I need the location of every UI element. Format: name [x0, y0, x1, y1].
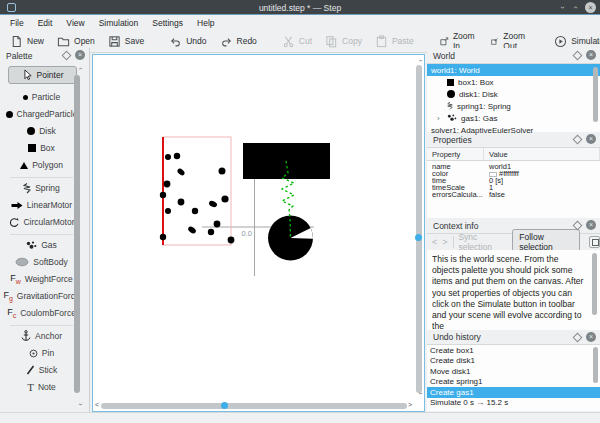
canvas-scroll-right-icon[interactable]: >	[408, 401, 412, 408]
context-forward-button[interactable]: >	[442, 237, 447, 247]
cut-button[interactable]: Cut	[282, 35, 312, 48]
close-panel-icon[interactable]: ×	[586, 134, 596, 144]
palette-separator	[10, 177, 73, 178]
palette-item-softbody[interactable]: SoftBody	[0, 255, 83, 269]
canvas-vertical-scrollbar[interactable]	[416, 65, 422, 393]
palette-item-box[interactable]: Box	[0, 141, 83, 155]
palette-item-chargedparticle[interactable]: ChargedParticle	[0, 107, 83, 121]
float-panel-icon[interactable]	[573, 134, 583, 144]
copy-button[interactable]: Copy	[325, 35, 362, 48]
close-panel-icon[interactable]: ×	[75, 50, 85, 60]
world-panel: World × world1: World box1: Box disk1: D…	[427, 48, 600, 132]
tree-item-disk1[interactable]: disk1: Disk	[427, 88, 600, 100]
palette-scroll-up-icon[interactable]: ›	[79, 65, 81, 72]
palette-item-gravitationforce[interactable]: FgGravitationForce	[0, 289, 83, 303]
save-button[interactable]: Save	[108, 35, 144, 48]
palette-header: Palette ×	[0, 48, 89, 63]
undo-item-create-gas1[interactable]: Create gas1	[427, 387, 600, 398]
palette-item-spring[interactable]: Spring	[0, 181, 83, 195]
redo-button[interactable]: Redo	[220, 35, 257, 48]
palette-item-weightforce[interactable]: FwWeightForce	[0, 272, 83, 286]
undo-item-create-spring1[interactable]: Create spring1	[427, 377, 600, 388]
pin-icon	[29, 349, 38, 358]
close-panel-icon[interactable]: ×	[586, 220, 596, 230]
float-panel-icon[interactable]	[573, 332, 583, 342]
close-panel-icon[interactable]: ×	[586, 332, 596, 342]
undo-item-move-disk1[interactable]: Move disk1	[427, 366, 600, 377]
menu-file[interactable]: File	[10, 18, 24, 28]
new-button[interactable]: New	[10, 35, 44, 48]
undo-item-simulate[interactable]: Simulate 0 s → 15.2 s	[427, 398, 600, 409]
palette-item-pointer[interactable]: Pointer	[8, 66, 77, 84]
open-in-browser-button[interactable]	[589, 236, 600, 248]
palette-item-coulombforce[interactable]: FcCoulombForce	[0, 306, 83, 320]
origin-label: 0.0	[242, 229, 252, 238]
close-button[interactable]: ×	[585, 2, 596, 13]
close-panel-icon[interactable]: ×	[586, 50, 596, 60]
disk-icon	[27, 127, 35, 135]
box-icon	[447, 79, 454, 86]
canvas-horizontal-scrollbar[interactable]	[101, 403, 407, 409]
tree-item-spring1[interactable]: spring1: Spring	[427, 100, 600, 112]
note-icon: T	[27, 382, 34, 392]
float-panel-icon[interactable]	[573, 220, 583, 230]
titlebar[interactable]: untitled.step * — Step › › ×	[0, 0, 600, 15]
properties-table-header[interactable]: Property Value	[427, 148, 600, 161]
menu-settings[interactable]: Settings	[152, 18, 183, 28]
palette-item-polygon[interactable]: Polygon	[0, 158, 83, 172]
circular-motor-icon	[8, 217, 19, 228]
gas-icon	[447, 114, 457, 122]
context-back-button[interactable]: <	[432, 237, 437, 247]
pointer-cursor-icon	[22, 69, 32, 81]
gas-particle	[165, 208, 171, 214]
canvas-scroll-down-icon[interactable]: ›	[419, 390, 421, 397]
context-scrollbar[interactable]	[592, 253, 597, 315]
canvas-scroll-up-icon[interactable]: ›	[419, 57, 421, 64]
palette-item-particle[interactable]: Particle	[0, 90, 83, 104]
palette-item-stick[interactable]: Stick	[0, 363, 83, 377]
expander-icon[interactable]: ›	[437, 114, 440, 123]
maximize-button[interactable]: ›	[570, 2, 581, 13]
undo-button[interactable]: Undo	[169, 35, 206, 48]
menu-edit[interactable]: Edit	[38, 18, 53, 28]
open-button[interactable]: Open	[57, 35, 95, 48]
palette-item-pin[interactable]: Pin	[0, 346, 83, 360]
coulomb-force-icon: Fc	[7, 307, 16, 319]
column-value[interactable]: Value	[484, 148, 600, 160]
palette-item-gas[interactable]: Gas	[0, 238, 83, 252]
paste-button[interactable]: Paste	[375, 35, 414, 48]
float-panel-icon[interactable]	[573, 50, 583, 60]
palette-item-anchor[interactable]: Anchor	[0, 329, 83, 343]
undo-scrollbar[interactable]	[593, 347, 598, 383]
tree-item-box1[interactable]: box1: Box	[427, 76, 600, 88]
palette-item-disk[interactable]: Disk	[0, 124, 83, 138]
column-property[interactable]: Property	[427, 148, 484, 160]
stick-icon	[26, 365, 35, 375]
canvas-scroll-left-icon[interactable]: <	[95, 401, 99, 408]
palette-scroll-down-icon[interactable]: ›	[79, 401, 81, 408]
float-panel-icon[interactable]	[62, 50, 72, 60]
new-document-icon	[10, 35, 23, 48]
charged-particle-icon	[6, 111, 13, 118]
menu-help[interactable]: Help	[197, 18, 214, 28]
undo-item-create-disk1[interactable]: Create disk1	[427, 356, 600, 367]
undo-item-create-box1[interactable]: Create box1	[427, 345, 600, 356]
tree-item-gas1[interactable]: ›gas1: Gas	[427, 112, 600, 124]
canvas-vertical-scroll-handle[interactable]	[415, 234, 422, 241]
palette-item-note[interactable]: TNote	[0, 380, 83, 394]
palette-item-linearmotor[interactable]: LinearMotor	[0, 198, 83, 212]
world-scrollbar[interactable]	[593, 67, 598, 122]
minimize-button[interactable]: ›	[557, 2, 568, 13]
palette-item-circularmotor[interactable]: CircularMotor	[0, 215, 83, 229]
canvas-horizontal-scroll-handle[interactable]	[221, 402, 228, 409]
sync-selection-button[interactable]: Sync selection	[458, 232, 507, 252]
open-folder-icon	[57, 35, 70, 48]
simulation-canvas[interactable]: 0.0 › › < >	[92, 54, 425, 412]
menu-view[interactable]: View	[66, 18, 84, 28]
palette-scrollbar[interactable]	[74, 75, 80, 393]
simulate-button[interactable]: Simulate ›	[554, 35, 600, 48]
simulation-scene[interactable]: 0.0	[94, 56, 414, 399]
tree-item-world1[interactable]: world1: World	[427, 64, 600, 76]
property-row-errorscalculation[interactable]: errorsCalcula...false	[427, 191, 600, 198]
menu-simulation[interactable]: Simulation	[99, 18, 139, 28]
